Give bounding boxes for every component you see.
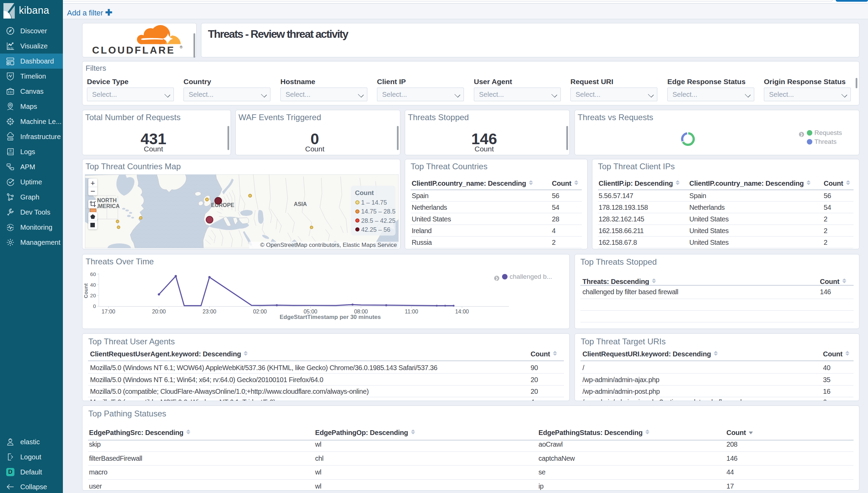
svg-text:© OpenStreetMap contributors,: © OpenStreetMap contributors, Elastic Ma…: [260, 242, 397, 248]
svg-text:17:00: 17:00: [101, 309, 115, 314]
svg-text:AMERICA: AMERICA: [94, 203, 120, 209]
svg-text:14:00: 14:00: [455, 309, 469, 314]
svg-text:ASIA: ASIA: [294, 201, 307, 207]
svg-text:02:00: 02:00: [253, 309, 267, 314]
svg-text:14.75 – 28.5: 14.75 – 28.5: [361, 208, 396, 215]
svg-text:42.25 – 56: 42.25 – 56: [361, 226, 390, 233]
svg-text:EUROPE: EUROPE: [211, 202, 234, 208]
svg-text:20: 20: [90, 293, 96, 298]
svg-text:CLOUDFLARE: CLOUDFLARE: [92, 45, 175, 56]
svg-text:23:00: 23:00: [202, 309, 216, 314]
svg-text:NORTH: NORTH: [97, 197, 117, 203]
svg-text:20:00: 20:00: [152, 309, 166, 314]
svg-text:Count: Count: [83, 283, 89, 298]
svg-text:11:00: 11:00: [405, 309, 418, 314]
svg-text:40: 40: [90, 282, 96, 288]
svg-text:28.5 – 42.25: 28.5 – 42.25: [361, 217, 396, 224]
svg-text:60: 60: [90, 271, 96, 277]
svg-text:®: ®: [180, 45, 182, 49]
svg-text:0: 0: [93, 303, 96, 309]
svg-text:Count: Count: [355, 189, 374, 196]
svg-text:EdgeStartTimestamp per 30 minu: EdgeStartTimestamp per 30 minutes: [280, 314, 381, 320]
svg-text:1 – 14.75: 1 – 14.75: [361, 199, 387, 206]
